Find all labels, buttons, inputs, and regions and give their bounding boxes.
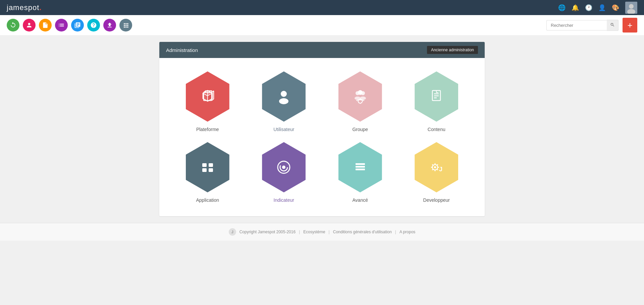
plateforme-label: Plateforme bbox=[196, 127, 219, 132]
application-label: Application bbox=[196, 197, 219, 203]
old-admin-button[interactable]: Ancienne administration bbox=[427, 46, 478, 54]
plateforme-item[interactable]: Plateforme bbox=[173, 71, 243, 132]
logo-dot: . bbox=[39, 3, 42, 12]
utilisateur-label: Utilisateur bbox=[273, 127, 294, 132]
indicateur-hex-wrap bbox=[262, 142, 306, 192]
group-icon bbox=[350, 86, 370, 107]
document-icon bbox=[426, 86, 446, 107]
svg-rect-23 bbox=[202, 168, 207, 172]
developer-icon: J bbox=[426, 157, 446, 177]
svg-rect-21 bbox=[202, 163, 207, 167]
nav-list-btn[interactable] bbox=[55, 19, 68, 32]
svg-point-27 bbox=[282, 166, 285, 169]
nav-help-btn[interactable] bbox=[87, 19, 100, 32]
application-hex-wrap bbox=[186, 142, 229, 192]
avatar[interactable] bbox=[625, 2, 637, 14]
clock-icon[interactable]: 🕐 bbox=[585, 4, 592, 11]
utilisateur-hex-wrap bbox=[262, 71, 306, 122]
svg-point-10 bbox=[279, 98, 288, 104]
indicateur-item[interactable]: Indicateur bbox=[249, 142, 319, 203]
footer: J Copyright Jamespot 2005-2016 | Ecosyst… bbox=[0, 223, 644, 241]
contenu-label: Contenu bbox=[428, 127, 445, 132]
nav-library-btn[interactable] bbox=[71, 19, 84, 32]
admin-panel: Administration Ancienne administration bbox=[159, 42, 485, 216]
footer-link-ecosystem[interactable]: Ecosystème bbox=[303, 230, 325, 234]
avance-item[interactable]: Avancé bbox=[325, 142, 395, 203]
nav-refresh-btn[interactable] bbox=[7, 19, 19, 32]
svg-rect-24 bbox=[209, 168, 213, 172]
footer-sep-3: | bbox=[395, 230, 396, 234]
avance-hex-wrap bbox=[338, 142, 382, 192]
svg-point-1 bbox=[629, 4, 634, 9]
nav-upload-btn[interactable] bbox=[103, 19, 116, 32]
top-icons: 🌐 🔔 🕐 👤 🎨 bbox=[558, 2, 637, 14]
developpeur-hex-wrap: J bbox=[415, 142, 458, 192]
search-button[interactable] bbox=[607, 20, 619, 31]
svg-line-37 bbox=[432, 165, 433, 166]
utilisateur-hexagon bbox=[262, 71, 306, 122]
apps-icon bbox=[198, 157, 218, 177]
main-content: Administration Ancienne administration bbox=[0, 35, 644, 223]
svg-point-13 bbox=[358, 90, 363, 95]
search-input[interactable] bbox=[546, 20, 607, 30]
groupe-hexagon bbox=[338, 71, 382, 122]
svg-rect-29 bbox=[356, 166, 365, 168]
bell-icon[interactable]: 🔔 bbox=[572, 4, 579, 11]
plateforme-hexagon bbox=[186, 71, 229, 122]
footer-link-about[interactable]: A propos bbox=[399, 230, 415, 234]
nav-grid-btn[interactable] bbox=[119, 19, 132, 32]
footer-logo: J bbox=[229, 228, 236, 236]
footer-sep-2: | bbox=[329, 230, 330, 234]
utilisateur-item[interactable]: Utilisateur bbox=[249, 71, 319, 132]
user-icon bbox=[274, 86, 294, 107]
developpeur-label: Developpeur bbox=[423, 197, 450, 203]
svg-rect-28 bbox=[356, 163, 365, 165]
svg-point-9 bbox=[281, 91, 287, 97]
search-bar: + bbox=[546, 18, 637, 33]
groupe-hex-wrap bbox=[338, 71, 382, 122]
groupe-item[interactable]: Groupe bbox=[325, 71, 395, 132]
footer-link-cgu[interactable]: Conditions générales d'utilisation bbox=[333, 230, 392, 234]
admin-grid: Plateforme Utilisateur bbox=[159, 58, 485, 216]
top-bar: jamespot. 🌐 🔔 🕐 👤 🎨 bbox=[0, 0, 644, 15]
nav-bar: + bbox=[0, 15, 644, 35]
footer-copyright: Copyright Jamespot 2005-2016 bbox=[239, 230, 296, 234]
application-item[interactable]: Application bbox=[173, 142, 243, 203]
admin-header: Administration Ancienne administration bbox=[159, 42, 485, 58]
footer-sep-1: | bbox=[299, 230, 300, 234]
svg-rect-30 bbox=[356, 169, 365, 170]
indicateur-label: Indicateur bbox=[274, 197, 294, 203]
contenu-item[interactable]: Contenu bbox=[402, 71, 472, 132]
svg-line-39 bbox=[432, 169, 433, 170]
list-icon bbox=[350, 157, 370, 177]
nav-users-btn[interactable] bbox=[23, 19, 36, 32]
contenu-hexagon bbox=[415, 71, 458, 122]
indicateur-hexagon bbox=[262, 142, 306, 192]
cube-icon bbox=[198, 86, 218, 107]
palette-icon[interactable]: 🎨 bbox=[612, 4, 619, 11]
indicator-icon bbox=[274, 157, 294, 177]
admin-title: Administration bbox=[166, 47, 198, 53]
svg-line-38 bbox=[437, 169, 438, 170]
developpeur-hexagon: J bbox=[415, 142, 458, 192]
svg-text:J: J bbox=[439, 166, 442, 173]
groupe-label: Groupe bbox=[352, 127, 368, 132]
nav-docs-btn[interactable] bbox=[39, 19, 52, 32]
svg-point-32 bbox=[434, 166, 436, 168]
svg-line-40 bbox=[437, 165, 438, 166]
svg-rect-22 bbox=[209, 163, 213, 167]
globe-icon[interactable]: 🌐 bbox=[558, 4, 566, 11]
profile-icon[interactable]: 👤 bbox=[598, 4, 606, 11]
avance-hexagon bbox=[338, 142, 382, 192]
application-hexagon bbox=[186, 142, 229, 192]
avance-label: Avancé bbox=[353, 197, 368, 203]
contenu-hex-wrap bbox=[415, 71, 458, 122]
developpeur-item[interactable]: J Developpeur bbox=[402, 142, 472, 203]
add-button[interactable]: + bbox=[623, 18, 637, 33]
logo: jamespot. bbox=[7, 3, 42, 12]
plateforme-hex-wrap bbox=[186, 71, 229, 122]
